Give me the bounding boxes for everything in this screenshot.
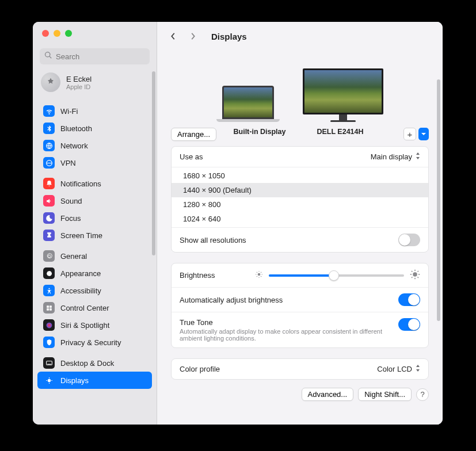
sidebar-item-screen-time[interactable]: Screen Time [37,227,152,244]
page-title: Displays [211,32,247,41]
minimize-button[interactable] [54,30,60,37]
svg-line-23 [257,276,257,277]
main-scrollbar[interactable] [437,79,440,321]
auto-brightness-toggle[interactable] [398,293,420,306]
svg-line-22 [261,276,262,277]
hourglass-icon [43,230,55,241]
svg-point-8 [46,322,52,328]
brightness-slider[interactable] [269,274,404,277]
show-all-toggle[interactable] [398,234,420,246]
svg-line-31 [418,277,419,278]
resolution-option-selected[interactable]: 1440 × 900 (Default) [172,183,428,197]
sidebar-item-siri-spotlight[interactable]: Siri & Spotlight [37,316,152,334]
sidebar-item-displays[interactable]: Displays [37,372,152,389]
external-display-preview[interactable] [303,68,383,122]
display-settings-panel: Use as Main display 1680 × 1050 1440 × 9… [171,146,429,253]
user-name: E Eckel [66,75,92,83]
vpn-icon [43,157,55,169]
sidebar-item-wi-fi[interactable]: Wi-Fi [37,102,152,120]
external-display-tab[interactable]: DELL E2414H [300,128,380,136]
svg-rect-4 [47,305,49,308]
advanced-button[interactable]: Advanced... [302,388,354,401]
sidebar-item-focus[interactable]: Focus [37,209,152,227]
night-shift-button[interactable]: Night Shift... [358,388,412,401]
sidebar-list: Wi-FiBluetoothNetworkVPN NotificationsSo… [33,99,157,425]
apple-id-row[interactable]: E Eckel Apple ID [33,70,157,99]
builtin-display-preview[interactable] [216,86,280,122]
sidebar-item-control-center[interactable]: Control Center [37,299,152,316]
svg-line-33 [418,271,419,272]
sidebar-item-vpn[interactable]: VPN [37,154,152,171]
sidebar: E Eckel Apple ID Wi-FiBluetoothNetworkVP… [33,22,157,425]
resolution-option[interactable]: 1680 × 1050 [172,169,428,183]
sidebar-item-notifications[interactable]: Notifications [37,175,152,192]
show-all-resolutions-row: Show all resolutions [172,227,428,252]
use-as-label: Use as [180,152,203,161]
sidebar-item-label: Desktop & Dock [60,359,114,368]
true-tone-row: True Tone Automatically adapt display to… [172,312,428,347]
help-button[interactable]: ? [416,388,429,401]
avatar [41,72,60,92]
updown-icon [416,365,420,373]
svg-rect-5 [49,305,52,308]
arrange-button[interactable]: Arrange... [171,128,216,141]
sidebar-item-appearance[interactable]: Appearance [37,265,152,282]
window-controls [33,22,157,45]
sidebar-item-accessibility[interactable]: Accessibility [37,282,152,299]
display-preview [171,53,429,122]
close-button[interactable] [42,30,49,37]
search-input[interactable] [56,52,145,61]
add-display-button[interactable]: + [403,128,416,140]
builtin-display-tab[interactable]: Built-in Display [219,128,300,136]
sidebar-item-label: Network [60,142,88,150]
main-panel: Displays Arrange... Built-in Display DEL… [157,22,443,425]
resolution-option[interactable]: 1024 × 640 [172,212,428,226]
svg-point-3 [48,288,49,289]
sidebar-item-label: Notifications [60,179,101,188]
sidebar-item-network[interactable]: Network [37,137,152,154]
sidebar-item-label: Displays [60,376,89,385]
back-button[interactable] [167,30,179,42]
sidebar-item-privacy-security[interactable]: Privacy & Security [37,334,152,351]
auto-brightness-label: Automatically adjust brightness [180,296,283,304]
bell-icon [43,178,55,189]
network-icon [43,140,55,151]
svg-point-16 [258,273,261,276]
search-icon [44,51,56,62]
sidebar-item-label: Bluetooth [60,124,92,133]
true-tone-label: True Tone [180,318,398,327]
sidebar-scrollbar[interactable] [152,71,155,255]
search-field[interactable] [40,48,150,64]
sidebar-item-bluetooth[interactable]: Bluetooth [37,120,152,137]
svg-line-21 [257,272,257,273]
forward-button[interactable] [187,30,199,42]
color-profile-panel: Color profile Color LCD [171,358,429,380]
brightness-row: Brightness [172,263,428,287]
svg-line-32 [412,277,413,278]
resolution-option[interactable]: 1280 × 800 [172,197,428,212]
bluetooth-icon [43,123,55,134]
moon-icon [43,212,55,224]
color-profile-row[interactable]: Color profile Color LCD [172,359,428,379]
sun-large-icon [410,269,420,281]
control-icon [43,302,55,314]
brightness-label: Brightness [180,271,215,280]
show-all-label: Show all resolutions [180,236,246,244]
zoom-button[interactable] [65,30,72,37]
appearance-icon [43,267,55,279]
slider-thumb[interactable] [329,270,339,281]
true-tone-sub: Automatically adapt display to make colo… [180,328,398,342]
use-as-row[interactable]: Use as Main display [172,147,428,167]
sidebar-item-sound[interactable]: Sound [37,192,152,209]
add-display-menu[interactable] [418,128,429,140]
sidebar-item-label: VPN [60,159,76,167]
user-sub: Apple ID [66,83,92,90]
sidebar-item-desktop-dock[interactable]: Desktop & Dock [37,354,152,372]
sidebar-item-general[interactable]: General [37,247,152,265]
svg-point-25 [413,272,417,277]
accessibility-icon [43,285,55,296]
auto-brightness-row: Automatically adjust brightness [172,287,428,312]
dock-icon [43,357,55,369]
true-tone-toggle[interactable] [398,318,420,331]
sidebar-item-label: Appearance [60,269,101,278]
